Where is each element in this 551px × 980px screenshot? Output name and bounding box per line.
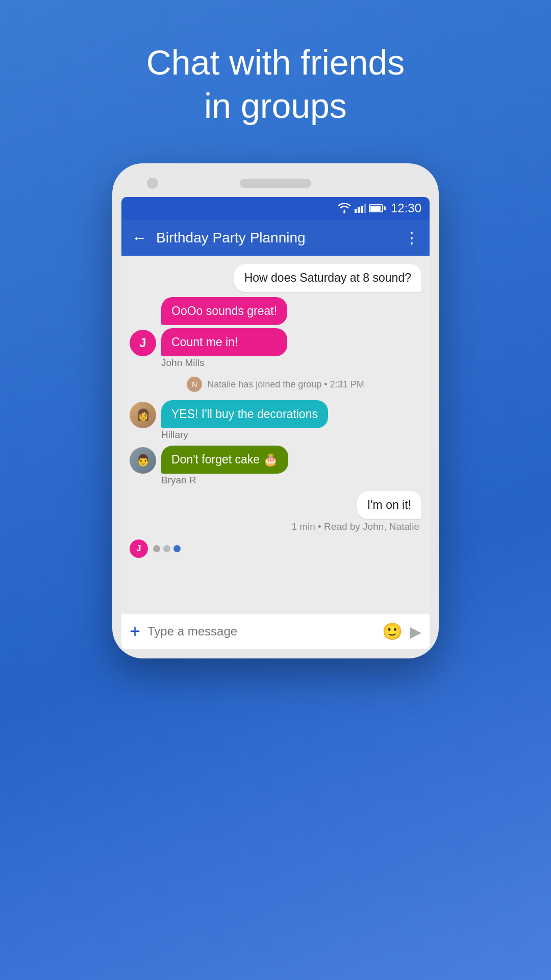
svg-rect-1 [355, 209, 357, 213]
app-bar: ← Birthday Party Planning ⋮ [121, 219, 430, 256]
phone-camera [147, 178, 158, 189]
phone-top [121, 179, 430, 188]
add-attachment-button[interactable]: + [130, 621, 140, 642]
typing-dot-1 [153, 545, 160, 552]
avatar-bryan: 👨 [130, 447, 156, 474]
typing-indicators: J [130, 540, 421, 558]
typing-dot-2 [163, 545, 170, 552]
svg-rect-3 [361, 206, 363, 213]
send-button[interactable]: ▶ [410, 623, 421, 641]
sender-name-bryan: Bryan R [161, 475, 421, 486]
read-receipt: 1 min • Read by John, Natalie [291, 521, 419, 532]
back-button[interactable]: ← [132, 229, 147, 247]
svg-rect-4 [364, 204, 366, 213]
bubble-john-1: OoOo sounds great! [161, 297, 287, 325]
phone-screen: 12:30 ← Birthday Party Planning ⋮ How do… [121, 197, 430, 649]
typing-avatar: J [130, 540, 148, 558]
svg-rect-2 [358, 207, 360, 213]
input-area: + 🙂 ▶ [121, 613, 430, 649]
avatar-john: J [130, 330, 156, 356]
chat-area: How does Saturday at 8 sound? J OoOo sou… [121, 256, 430, 613]
msg-in-row-bryan: 👨 Don't forget cake 🎂 [130, 446, 378, 474]
sender-name-hillary: Hillary [161, 429, 421, 440]
bubble-im-on-it: I'm on it! [357, 491, 421, 519]
msg-content-john: OoOo sounds great! Count me in! [161, 297, 287, 356]
bubble-bryan: Don't forget cake 🎂 [161, 446, 288, 474]
status-icons: 12:30 [337, 201, 421, 215]
message-input[interactable] [147, 624, 375, 639]
svg-point-0 [343, 211, 345, 213]
msg-in-row: J OoOo sounds great! Count me in! [130, 297, 378, 356]
msg-content-hillary: YES! I'll buy the decorations [161, 400, 328, 428]
status-bar: 12:30 [121, 197, 430, 219]
headline-line2: in groups [204, 86, 347, 125]
message-incoming-hillary: 👩 YES! I'll buy the decorations Hillary [130, 400, 421, 440]
message-outgoing-2: I'm on it! 1 min • Read by John, Natalie [291, 491, 421, 532]
message-incoming-bryan: 👨 Don't forget cake 🎂 Bryan R [130, 446, 421, 486]
message-outgoing-1: How does Saturday at 8 sound? [234, 264, 421, 292]
signal-icon [355, 204, 366, 213]
phone-speaker [240, 179, 311, 188]
system-message-natalie: N Natalie has joined the group • 2:31 PM [130, 377, 421, 392]
bubble-hillary: YES! I'll buy the decorations [161, 400, 328, 428]
headline-line1: Chat with friends [146, 43, 405, 82]
sender-name-john: John Mills [161, 357, 421, 369]
bubble-john-2: Count me in! [161, 328, 287, 356]
message-incoming-john: J OoOo sounds great! Count me in! John M… [130, 297, 421, 369]
phone-mockup: 12:30 ← Birthday Party Planning ⋮ How do… [112, 163, 439, 658]
headline: Chat with friends in groups [146, 41, 405, 128]
bubble: How does Saturday at 8 sound? [234, 264, 421, 292]
battery-icon [369, 204, 386, 212]
avatar-hillary: 👩 [130, 402, 156, 428]
msg-content-bryan: Don't forget cake 🎂 [161, 446, 288, 474]
more-options-button[interactable]: ⋮ [404, 229, 419, 247]
wifi-icon [337, 203, 352, 213]
natalie-system-avatar: N [187, 377, 202, 392]
emoji-button[interactable]: 🙂 [382, 622, 403, 641]
chat-title: Birthday Party Planning [156, 230, 395, 246]
msg-in-row-hillary: 👩 YES! I'll buy the decorations [130, 400, 378, 428]
typing-dots [153, 545, 181, 552]
system-text: Natalie has joined the group • 2:31 PM [207, 379, 364, 390]
typing-dot-3 [173, 545, 181, 552]
status-time: 12:30 [391, 201, 421, 215]
